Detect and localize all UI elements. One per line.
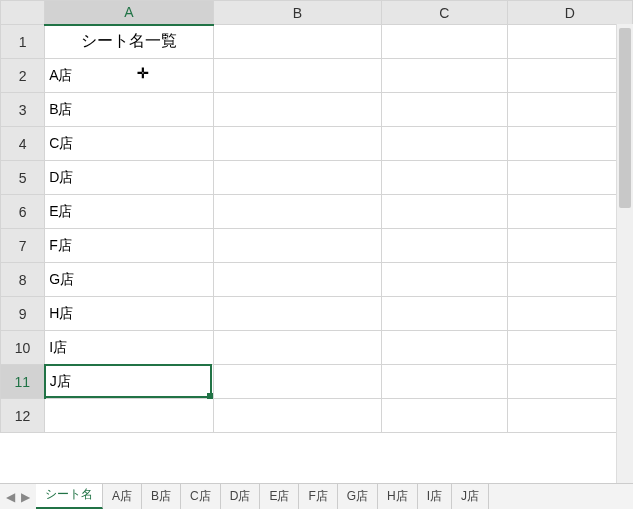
cell-b3[interactable] (213, 93, 381, 127)
row-header-3[interactable]: 3 (1, 93, 45, 127)
sheet-tab[interactable]: C店 (181, 484, 221, 509)
sheet-tab[interactable]: D店 (221, 484, 261, 509)
sheet-tab[interactable]: G店 (338, 484, 378, 509)
row-header-8[interactable]: 8 (1, 263, 45, 297)
vertical-scrollbar[interactable] (616, 24, 633, 483)
cell-c10[interactable] (382, 331, 507, 365)
sheet-tab[interactable]: F店 (299, 484, 337, 509)
col-header-d[interactable]: D (507, 1, 632, 25)
row-header-9[interactable]: 9 (1, 297, 45, 331)
cell-b5[interactable] (213, 161, 381, 195)
sheet-tab[interactable]: B店 (142, 484, 181, 509)
cell-b8[interactable] (213, 263, 381, 297)
cell-d1[interactable] (507, 25, 632, 59)
cell-d7[interactable] (507, 229, 632, 263)
row-header-2[interactable]: 2 (1, 59, 45, 93)
cell-b9[interactable] (213, 297, 381, 331)
sheet-tab[interactable]: H店 (378, 484, 418, 509)
row-header-7[interactable]: 7 (1, 229, 45, 263)
sheet-tabs: シート名A店B店C店D店E店F店G店H店I店J店 (36, 484, 489, 509)
cell-d8[interactable] (507, 263, 632, 297)
tab-next-icon[interactable]: ▶ (21, 490, 30, 504)
col-header-a[interactable]: A (45, 1, 213, 25)
cell-b7[interactable] (213, 229, 381, 263)
row-header-12[interactable]: 12 (1, 399, 45, 433)
cell-c8[interactable] (382, 263, 507, 297)
row-header-5[interactable]: 5 (1, 161, 45, 195)
cell-a3[interactable]: B店 (45, 93, 213, 127)
spreadsheet-grid[interactable]: A B C D 1 シート名一覧 2 A店 3 (0, 0, 633, 458)
cell-c1[interactable] (382, 25, 507, 59)
cell-d12[interactable] (507, 399, 632, 433)
col-header-b[interactable]: B (213, 1, 381, 25)
cell-a6[interactable]: E店 (45, 195, 213, 229)
row-header-10[interactable]: 10 (1, 331, 45, 365)
cell-d11[interactable] (507, 365, 632, 399)
cell-b2[interactable] (213, 59, 381, 93)
cell-d5[interactable] (507, 161, 632, 195)
cell-a5[interactable]: D店 (45, 161, 213, 195)
col-header-c[interactable]: C (382, 1, 507, 25)
row-header-6[interactable]: 6 (1, 195, 45, 229)
cell-b6[interactable] (213, 195, 381, 229)
cell-b1[interactable] (213, 25, 381, 59)
row-header-11[interactable]: 11 (1, 365, 45, 399)
cell-c12[interactable] (382, 399, 507, 433)
cell-c2[interactable] (382, 59, 507, 93)
cell-d4[interactable] (507, 127, 632, 161)
row-header-4[interactable]: 4 (1, 127, 45, 161)
cell-d2[interactable] (507, 59, 632, 93)
cell-a9[interactable]: H店 (45, 297, 213, 331)
cell-a8[interactable]: G店 (45, 263, 213, 297)
cell-a1[interactable]: シート名一覧 (45, 25, 213, 59)
row-header-1[interactable]: 1 (1, 25, 45, 59)
cell-c3[interactable] (382, 93, 507, 127)
sheet-tab[interactable]: J店 (452, 484, 489, 509)
cell-a7[interactable]: F店 (45, 229, 213, 263)
cell-d10[interactable] (507, 331, 632, 365)
sheet-tab[interactable]: シート名 (36, 484, 103, 509)
cell-b10[interactable] (213, 331, 381, 365)
sheet-tab[interactable]: E店 (260, 484, 299, 509)
cell-c6[interactable] (382, 195, 507, 229)
cell-c9[interactable] (382, 297, 507, 331)
cell-b12[interactable] (213, 399, 381, 433)
cell-a12[interactable] (45, 399, 213, 433)
sheet-tab[interactable]: A店 (103, 484, 142, 509)
cell-a10[interactable]: I店 (45, 331, 213, 365)
cell-c7[interactable] (382, 229, 507, 263)
cell-d6[interactable] (507, 195, 632, 229)
scroll-thumb[interactable] (619, 28, 631, 208)
cell-a4[interactable]: C店 (45, 127, 213, 161)
cell-a2[interactable]: A店 (45, 59, 213, 93)
sheet-tab-bar: ◀ ▶ シート名A店B店C店D店E店F店G店H店I店J店 (0, 483, 633, 509)
cell-d9[interactable] (507, 297, 632, 331)
cell-b4[interactable] (213, 127, 381, 161)
select-all-corner[interactable] (1, 1, 45, 25)
sheet-tab[interactable]: I店 (418, 484, 452, 509)
cell-b11[interactable] (213, 365, 381, 399)
cell-c11[interactable] (382, 365, 507, 399)
cell-c4[interactable] (382, 127, 507, 161)
tab-nav: ◀ ▶ (0, 484, 36, 509)
cell-c5[interactable] (382, 161, 507, 195)
tab-prev-icon[interactable]: ◀ (6, 490, 15, 504)
cell-a11[interactable]: J店 (45, 365, 213, 399)
cell-d3[interactable] (507, 93, 632, 127)
